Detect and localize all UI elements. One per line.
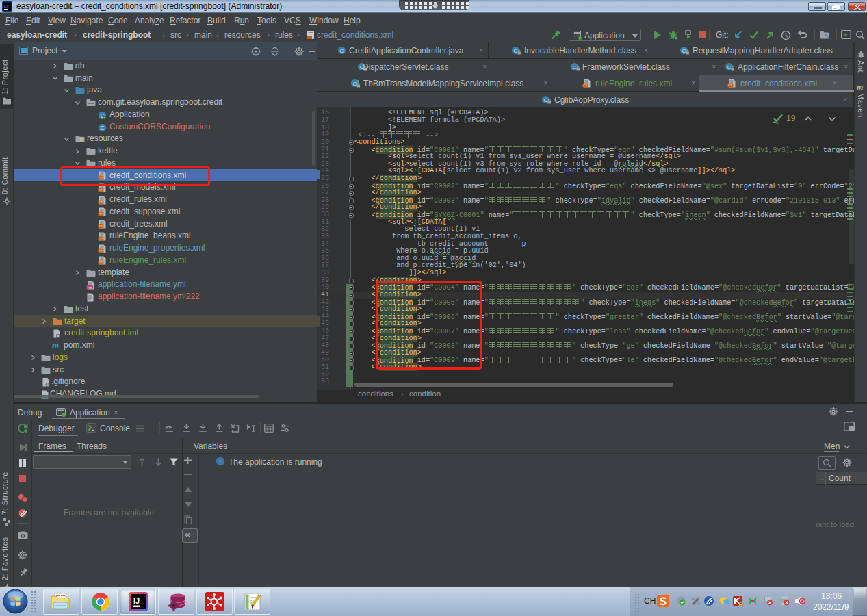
svg-text:i: i — [219, 458, 220, 465]
svg-text:<>: <> — [99, 212, 103, 216]
svg-text:<>: <> — [99, 224, 103, 228]
svg-text:C: C — [100, 124, 104, 131]
svg-text:<>: <> — [99, 261, 103, 265]
svg-text:IJ: IJ — [133, 597, 140, 605]
svg-text:<>: <> — [99, 248, 103, 253]
svg-text:<>: <> — [99, 200, 103, 204]
svg-text:<>: <> — [99, 236, 103, 240]
svg-text:YML: YML — [87, 285, 93, 289]
svg-text:<>: <> — [99, 188, 103, 192]
svg-text:IJ: IJ — [4, 3, 8, 10]
